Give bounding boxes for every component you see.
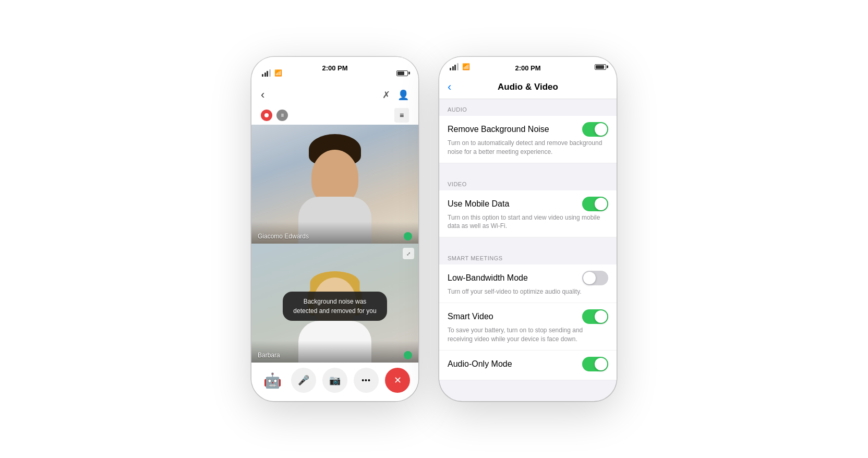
remove-background-noise-item: Remove Background Noise Turn on to autom… xyxy=(439,116,617,163)
right-status-bar: 📶 2:00 PM xyxy=(439,57,617,78)
more-button[interactable]: ••• xyxy=(354,368,379,393)
robot-button[interactable]: 🤖 xyxy=(260,368,285,393)
bottom-participant-name: Barbara xyxy=(258,352,280,359)
right-signal-bars-icon xyxy=(450,63,459,70)
right-battery-icon xyxy=(595,64,606,70)
top-participant-name: Giacomo Edwards xyxy=(258,233,309,240)
audio-only-toggle[interactable] xyxy=(582,357,608,371)
smart-meetings-section-header: SMART MEETINGS xyxy=(439,248,617,264)
left-nav-bar: ‹ ✗ 👤 xyxy=(251,84,418,106)
smart-video-item: Smart Video To save your battery, turn o… xyxy=(439,303,617,351)
use-mobile-data-desc: Turn on this option to start and view vi… xyxy=(448,213,608,231)
mic-button[interactable]: 🎤 xyxy=(291,368,316,393)
wifi-icon: 📶 xyxy=(274,69,282,77)
right-phone: 📶 2:00 PM ‹ Audio & Video AUDIO Remove B… xyxy=(439,57,617,401)
audio-section-header: AUDIO xyxy=(439,99,617,116)
end-call-icon: ✕ xyxy=(394,375,402,386)
left-status-bar: 📶 2:00 PM xyxy=(251,57,418,84)
bluetooth-icon[interactable]: ✗ xyxy=(382,89,390,101)
smart-video-toggle[interactable] xyxy=(582,309,608,324)
pause-icon[interactable]: ⏸ xyxy=(276,110,288,121)
audio-only-mode-item: Audio-Only Mode xyxy=(439,351,617,380)
settings-nav: ‹ Audio & Video xyxy=(439,78,617,99)
top-video-panel: Giacomo Edwards xyxy=(251,125,418,244)
toggle-knob xyxy=(595,310,607,323)
controls-bar: 🤖 🎤 📷 ••• ✕ xyxy=(251,363,418,401)
expand-icon[interactable]: ⤢ xyxy=(403,248,414,259)
audio-only-title: Audio-Only Mode xyxy=(448,359,512,369)
video-section-header: VIDEO xyxy=(439,174,617,190)
signal-area: 📶 xyxy=(262,69,282,77)
more-icon: ••• xyxy=(361,376,371,384)
remove-bg-noise-toggle[interactable] xyxy=(582,122,608,137)
use-mobile-data-title: Use Mobile Data xyxy=(448,199,509,209)
smart-video-title: Smart Video xyxy=(448,312,493,321)
video-container: Giacomo Edwards ⤢ Barbara xyxy=(251,125,418,363)
divider-1 xyxy=(439,163,617,174)
low-bandwidth-desc: Turn off your self-video to optimize aud… xyxy=(448,287,608,296)
bottom-name-bar: Barbara xyxy=(251,341,418,363)
end-call-button[interactable]: ✕ xyxy=(385,368,410,393)
divider-2 xyxy=(439,237,617,248)
settings-page-title: Audio & Video xyxy=(498,82,558,92)
toggle-knob xyxy=(595,123,607,136)
video-button[interactable]: 📷 xyxy=(322,368,347,393)
use-mobile-data-toggle[interactable] xyxy=(582,197,608,211)
settings-back-button[interactable]: ‹ xyxy=(448,80,451,94)
background-noise-toast: Background noise was detected and remove… xyxy=(283,292,387,321)
bottom-mic-active-icon xyxy=(404,351,412,359)
low-bandwidth-toggle[interactable] xyxy=(582,271,608,285)
low-bandwidth-item: Low-Bandwidth Mode Turn off your self-vi… xyxy=(439,264,617,303)
recording-dot xyxy=(261,110,272,121)
contacts-icon[interactable]: 👤 xyxy=(397,89,409,101)
settings-scroll[interactable]: AUDIO Remove Background Noise Turn on to… xyxy=(439,99,617,401)
video-camera-icon: 📷 xyxy=(329,375,341,386)
low-bandwidth-title: Low-Bandwidth Mode xyxy=(448,273,528,283)
toggle-knob xyxy=(595,198,607,210)
left-phone: 📶 2:00 PM ‹ ✗ 👤 ⏸ ≡ xyxy=(251,57,418,401)
status-time: 2:00 PM xyxy=(322,64,347,72)
mic-icon: 🎤 xyxy=(298,375,309,386)
smart-video-desc: To save your battery, turn on to stop se… xyxy=(448,326,608,344)
toggle-knob xyxy=(583,272,596,284)
right-signal-area: 📶 xyxy=(450,63,470,70)
right-status-time: 2:00 PM xyxy=(515,64,540,72)
top-name-bar: Giacomo Edwards xyxy=(251,222,418,244)
back-button[interactable]: ‹ xyxy=(261,88,264,102)
use-mobile-data-item: Use Mobile Data Turn on this option to s… xyxy=(439,190,617,238)
remove-bg-noise-desc: Turn on to automatically detect and remo… xyxy=(448,139,608,156)
captions-icon[interactable]: ≡ xyxy=(394,108,409,123)
right-wifi-icon: 📶 xyxy=(462,63,470,70)
toggle-knob xyxy=(595,358,607,370)
recording-row: ⏸ ≡ xyxy=(251,106,418,125)
signal-bars-icon xyxy=(262,69,271,77)
remove-bg-noise-title: Remove Background Noise xyxy=(448,125,549,134)
battery-icon xyxy=(396,70,408,76)
top-mic-active-icon xyxy=(404,232,412,240)
bottom-video-panel: ⤢ Barbara Background noise was detected xyxy=(251,244,418,363)
